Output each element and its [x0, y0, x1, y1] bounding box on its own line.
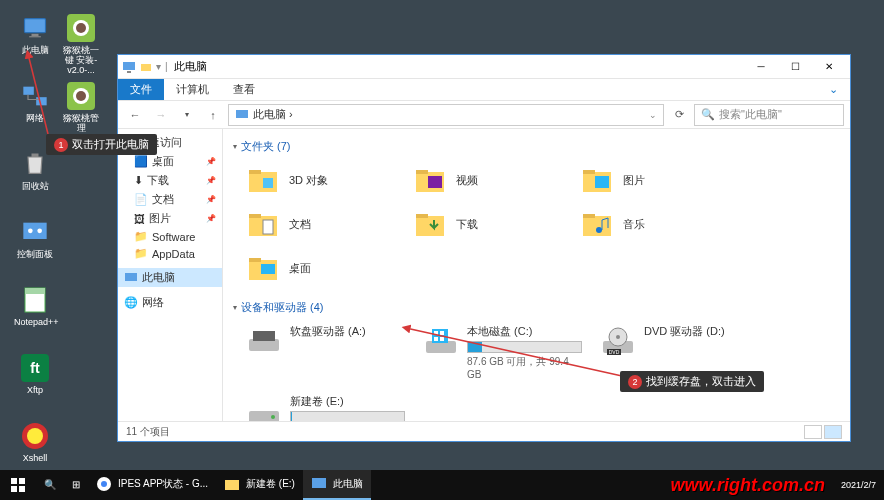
ribbon: 文件 计算机 查看 ⌄: [118, 79, 850, 101]
svg-rect-22: [141, 64, 151, 71]
group-folders-header[interactable]: 文件夹 (7): [233, 135, 840, 160]
folder-documents[interactable]: 文档: [243, 204, 398, 244]
address-bar[interactable]: 此电脑 › ⌄: [228, 104, 664, 126]
taskbar-chrome[interactable]: IPES APP状态 - G...: [88, 470, 216, 500]
svg-rect-26: [249, 170, 261, 174]
desktop-icon-network[interactable]: 网络: [14, 80, 56, 124]
search-box[interactable]: 🔍 搜索"此电脑": [694, 104, 844, 126]
dropdown-icon[interactable]: ▾: [156, 61, 161, 72]
ribbon-tab-computer[interactable]: 计算机: [164, 79, 221, 100]
annotation-2: 2找到缓存盘，双击进入: [620, 371, 764, 392]
svg-rect-15: [25, 288, 45, 294]
annotation-num: 1: [54, 138, 68, 152]
status-bar: 11 个项目: [118, 421, 850, 441]
drive-local-c[interactable]: 本地磁盘 (C:) 87.6 GB 可用，共 99.4 GB: [420, 321, 585, 383]
svg-rect-51: [434, 337, 438, 341]
svg-point-13: [37, 229, 42, 234]
desktop-icon-kiwi-manage[interactable]: 猕猴桃管理: [60, 80, 102, 134]
view-icons[interactable]: [824, 425, 842, 439]
sidebar-item-documents[interactable]: 📄文档📌: [118, 190, 222, 209]
svg-rect-63: [19, 486, 25, 492]
desktop-icon-xshell[interactable]: Xshell: [14, 420, 56, 464]
svg-rect-21: [127, 71, 131, 73]
svg-rect-50: [440, 331, 444, 335]
ribbon-tab-view[interactable]: 查看: [221, 79, 267, 100]
svg-rect-44: [261, 264, 275, 274]
sidebar-this-pc[interactable]: 此电脑: [118, 268, 222, 287]
desktop-icon-xftp[interactable]: ft Xftp: [14, 352, 56, 396]
sidebar-item-software[interactable]: 📁Software: [118, 228, 222, 245]
desktop-icon-control-panel[interactable]: 控制面板: [14, 216, 56, 260]
folder-videos[interactable]: 视频: [410, 160, 565, 200]
nav-forward[interactable]: →: [150, 104, 172, 126]
taskbar-taskview[interactable]: ⊞: [64, 470, 88, 500]
svg-rect-0: [25, 19, 46, 33]
group-drives-header[interactable]: 设备和驱动器 (4): [233, 296, 840, 321]
nav-refresh[interactable]: ⟳: [668, 104, 690, 126]
svg-rect-67: [312, 478, 326, 488]
nav-back[interactable]: ←: [124, 104, 146, 126]
drive-floppy-a[interactable]: 软盘驱动器 (A:): [243, 321, 408, 383]
folder-music[interactable]: 音乐: [577, 204, 732, 244]
folder-3d-objects[interactable]: 3D 对象: [243, 160, 398, 200]
svg-rect-37: [416, 216, 444, 236]
navigation-bar: ← → ▾ ↑ 此电脑 › ⌄ ⟳ 🔍 搜索"此电脑": [118, 101, 850, 129]
taskbar-date: 2021/2/7: [833, 480, 884, 490]
svg-rect-46: [253, 331, 275, 341]
nav-recent[interactable]: ▾: [176, 104, 198, 126]
svg-point-19: [27, 428, 43, 444]
desktop-label: 控制面板: [14, 250, 56, 260]
annotation-1: 1双击打开此电脑: [46, 134, 157, 155]
svg-rect-7: [36, 97, 46, 105]
sidebar: ★快速访问 🟦桌面📌 ⬇下载📌 📄文档📌 🖼图片📌 📁Software 📁App…: [118, 129, 223, 421]
svg-rect-35: [249, 214, 261, 218]
svg-rect-49: [434, 331, 438, 335]
sidebar-item-downloads[interactable]: ⬇下载📌: [118, 171, 222, 190]
ribbon-expand[interactable]: ⌄: [817, 79, 850, 100]
desktop-label: 此电脑: [14, 46, 56, 56]
ribbon-tab-file[interactable]: 文件: [118, 79, 164, 100]
view-details[interactable]: [804, 425, 822, 439]
folder-pictures[interactable]: 图片: [577, 160, 732, 200]
sidebar-item-pictures[interactable]: 🖼图片📌: [118, 209, 222, 228]
svg-rect-24: [125, 273, 137, 281]
svg-rect-52: [440, 337, 444, 341]
drive-new-volume-e[interactable]: 新建卷 (E:) 126 GB 可用，共 126 GB: [243, 391, 408, 421]
desktop-label: 猕猴桃一键 安装-v2.0-...: [60, 46, 102, 76]
svg-rect-11: [23, 223, 46, 239]
folder-icon: [140, 61, 152, 73]
taskbar-search[interactable]: 🔍: [36, 470, 64, 500]
desktop-icon-notepad[interactable]: Notepad++: [14, 284, 56, 328]
svg-rect-23: [236, 110, 248, 118]
svg-rect-20: [123, 62, 135, 70]
close-button[interactable]: ✕: [812, 56, 846, 78]
svg-point-5: [76, 23, 86, 33]
nav-up[interactable]: ↑: [202, 104, 224, 126]
svg-rect-39: [583, 216, 611, 236]
desktop-label: Notepad++: [14, 318, 56, 328]
sidebar-item-appdata[interactable]: 📁AppData: [118, 245, 222, 262]
desktop-label: Xshell: [14, 454, 56, 464]
desktop-icon-kiwi-install[interactable]: 猕猴桃一键 安装-v2.0-...: [60, 12, 102, 76]
folder-desktop[interactable]: 桌面: [243, 248, 398, 288]
sidebar-network[interactable]: 🌐网络: [118, 293, 222, 312]
taskbar-explorer-thispc[interactable]: 此电脑: [303, 470, 371, 500]
start-button[interactable]: [0, 470, 36, 500]
svg-rect-66: [225, 480, 239, 490]
svg-point-12: [28, 229, 33, 234]
folder-downloads[interactable]: 下载: [410, 204, 565, 244]
svg-rect-1: [32, 34, 39, 36]
svg-point-65: [101, 481, 107, 487]
svg-text:DVD: DVD: [609, 349, 620, 355]
svg-rect-62: [11, 486, 17, 492]
minimize-button[interactable]: ─: [744, 56, 778, 78]
svg-rect-30: [428, 176, 442, 188]
svg-point-10: [76, 91, 86, 101]
taskbar-explorer-e[interactable]: 新建卷 (E:): [216, 470, 303, 500]
maximize-button[interactable]: ☐: [778, 56, 812, 78]
svg-rect-2: [29, 36, 41, 37]
desktop-icon-this-pc[interactable]: 此电脑: [14, 12, 56, 56]
svg-point-59: [271, 415, 275, 419]
svg-rect-29: [416, 170, 428, 174]
titlebar[interactable]: ▾ | 此电脑 ─ ☐ ✕: [118, 55, 850, 79]
